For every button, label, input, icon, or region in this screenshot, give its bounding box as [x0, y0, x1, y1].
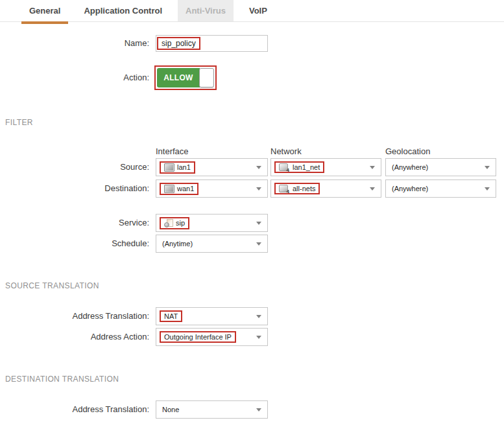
name-label: Name: [0, 35, 149, 52]
source-geolocation-select[interactable]: (Anywhere) [385, 158, 496, 176]
annotation-box: ALLOW [154, 65, 217, 90]
filter-section-label: FILTER [5, 118, 33, 127]
annotation-box: sip [160, 217, 189, 229]
interface-icon [164, 163, 174, 172]
src-address-translation-label: Address Translation: [0, 307, 149, 325]
annotation-box: Outgoing Interface IP [160, 331, 236, 343]
tab-anti-virus: Anti-Virus [178, 0, 234, 21]
source-label: Source: [0, 158, 149, 176]
service-select[interactable]: sip [156, 214, 268, 232]
caret-down-icon [485, 166, 490, 169]
ipv4-network-icon [279, 163, 288, 171]
dst-address-translation-select[interactable]: None [156, 400, 268, 419]
schedule-label: Schedule: [0, 235, 149, 253]
tab-voip[interactable]: VoIP [241, 0, 275, 21]
name-field[interactable]: sip_policy [156, 35, 268, 52]
destination-network-select[interactable]: all-nets [270, 179, 381, 198]
tab-application-control[interactable]: Application Control [76, 0, 170, 21]
source-interface-value: lan1 [177, 163, 191, 171]
schedule-value: (Anytime) [160, 240, 193, 248]
toggle-knob-icon[interactable] [199, 68, 214, 87]
caret-down-icon [485, 187, 490, 191]
service-icon [164, 219, 173, 227]
caret-down-icon [256, 222, 261, 225]
source-geolocation-value: (Anywhere) [389, 163, 428, 171]
name-value: sip_policy [162, 39, 196, 48]
action-toggle[interactable]: ALLOW [157, 68, 214, 87]
annotation-box: lan1 [160, 161, 195, 174]
destination-geolocation-select[interactable]: (Anywhere) [385, 179, 496, 198]
source-translation-section-label: SOURCE TRANSLATION [5, 281, 99, 290]
source-network-select[interactable]: lan1_net [270, 158, 381, 176]
dst-address-translation-label: Address Translation: [0, 400, 149, 419]
src-address-action-value: Outgoing Interface IP [164, 333, 232, 341]
destination-label: Destination: [0, 179, 149, 198]
dst-address-translation-value: None [160, 406, 179, 413]
annotation-box: wan1 [160, 183, 198, 195]
src-address-translation-value: NAT [164, 312, 178, 320]
caret-down-icon [256, 242, 261, 246]
service-value: sip [176, 219, 185, 227]
src-address-translation-select[interactable]: NAT [156, 307, 268, 325]
destination-network-value: all-nets [293, 185, 315, 192]
column-header-geolocation: Geolocation [385, 146, 430, 156]
annotation-box: lan1_net [274, 161, 324, 173]
caret-down-icon [256, 408, 261, 411]
schedule-select[interactable]: (Anytime) [156, 235, 268, 253]
src-address-action-label: Address Action: [0, 328, 149, 346]
caret-down-icon [256, 336, 261, 339]
annotation-box: sip_policy [157, 37, 200, 50]
caret-down-icon [256, 187, 261, 191]
src-address-action-select[interactable]: Outgoing Interface IP [156, 328, 268, 346]
interface-icon [164, 185, 174, 193]
service-label: Service: [0, 214, 149, 232]
tab-bar: General Application Control Anti-Virus V… [0, 0, 504, 22]
destination-interface-select[interactable]: wan1 [156, 179, 268, 198]
annotation-box: NAT [160, 310, 182, 322]
caret-down-icon [256, 315, 261, 318]
source-network-value: lan1_net [293, 163, 320, 171]
action-label: Action: [0, 67, 149, 89]
column-header-network: Network [270, 146, 302, 156]
caret-down-icon [370, 187, 375, 191]
tab-general[interactable]: General [21, 0, 68, 21]
source-interface-select[interactable]: lan1 [156, 158, 268, 176]
action-toggle-on-label: ALLOW [157, 68, 200, 87]
caret-down-icon [370, 166, 375, 169]
ipv4-network-icon [279, 185, 288, 192]
column-header-interface: Interface [156, 146, 189, 156]
caret-down-icon [256, 166, 261, 169]
destination-interface-value: wan1 [177, 185, 194, 192]
annotation-box: all-nets [274, 183, 320, 194]
destination-translation-section-label: DESTINATION TRANSLATION [5, 375, 119, 384]
policy-editor-page: General Application Control Anti-Virus V… [0, 0, 504, 440]
destination-geolocation-value: (Anywhere) [389, 185, 428, 192]
